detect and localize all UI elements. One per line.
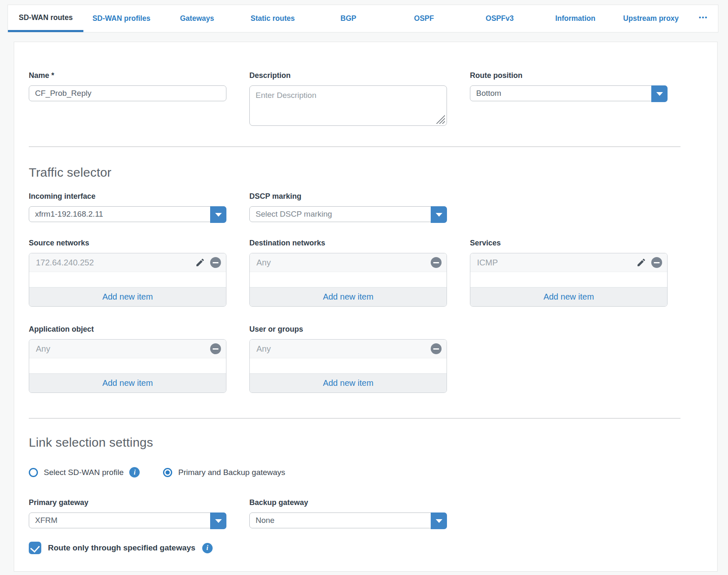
info-icon[interactable]: i xyxy=(129,467,140,478)
remove-icon[interactable] xyxy=(431,257,442,268)
backup-gateway-label: Backup gateway xyxy=(249,498,447,507)
incoming-interface-value: xfrm1-192.168.2.11 xyxy=(29,210,226,219)
info-icon[interactable]: i xyxy=(202,543,213,553)
gateways-row: Primary gateway XFRM Backup gateway None xyxy=(29,498,692,528)
list-item-label: Any xyxy=(256,258,431,268)
routing-tab-bar: SD-WAN routes SD-WAN profiles Gateways S… xyxy=(8,5,718,32)
radio-label[interactable]: Primary and Backup gateways xyxy=(178,468,285,477)
destination-networks-label: Destination networks xyxy=(249,239,447,248)
application-object-add-button[interactable]: Add new item xyxy=(29,373,226,392)
tab-information[interactable]: Information xyxy=(537,5,613,32)
route-position-value: Bottom xyxy=(470,89,667,98)
list-item-label: Any xyxy=(256,344,431,354)
tab-static-routes[interactable]: Static routes xyxy=(235,5,310,32)
list-spacer xyxy=(29,358,226,373)
list-item: ICMP xyxy=(470,253,667,272)
add-new-item-label: Add new item xyxy=(323,292,373,302)
networks-services-row: Source networks 172.64.240.252 Add new i… xyxy=(29,239,692,307)
route-only-checkbox-row: Route only through specified gateways i xyxy=(29,542,692,554)
incoming-interface-select[interactable]: xfrm1-192.168.2.11 xyxy=(29,206,226,222)
primary-gateway-select[interactable]: XFRM xyxy=(29,512,226,528)
user-or-groups-add-button[interactable]: Add new item xyxy=(250,373,447,392)
general-fields-row: Name * Description Route position Bottom xyxy=(29,71,692,128)
application-object-listbox: Any Add new item xyxy=(29,339,226,393)
chevron-down-icon[interactable] xyxy=(210,206,226,223)
description-textarea[interactable] xyxy=(249,85,447,126)
remove-icon[interactable] xyxy=(431,343,442,354)
backup-gateway-value: None xyxy=(250,516,447,525)
radio-label[interactable]: Select SD-WAN profile xyxy=(44,468,123,477)
sdwan-route-form-card: Name * Description Route position Bottom… xyxy=(14,42,718,572)
list-item: 172.64.240.252 xyxy=(29,253,226,272)
dscp-marking-value: Select DSCP marking xyxy=(250,210,447,219)
user-or-groups-listbox: Any Add new item xyxy=(249,339,447,393)
route-only-checkbox-label[interactable]: Route only through specified gateways xyxy=(48,543,196,552)
list-spacer xyxy=(250,272,447,287)
list-spacer xyxy=(250,358,447,373)
tab-bgp[interactable]: BGP xyxy=(311,5,386,32)
section-divider xyxy=(29,146,680,147)
edit-pencil-icon[interactable] xyxy=(635,257,647,268)
list-spacer xyxy=(29,272,226,287)
chevron-down-icon[interactable] xyxy=(651,85,668,102)
source-networks-listbox: 172.64.240.252 Add new item xyxy=(29,253,226,307)
dscp-marking-label: DSCP marking xyxy=(249,192,447,201)
name-label: Name * xyxy=(29,71,226,80)
chevron-down-icon[interactable] xyxy=(210,512,226,529)
tab-gateways[interactable]: Gateways xyxy=(159,5,235,32)
add-new-item-label: Add new item xyxy=(323,378,373,388)
remove-icon[interactable] xyxy=(210,343,221,354)
list-item: Any xyxy=(250,253,447,272)
tab-upstream-proxy[interactable]: Upstream proxy xyxy=(613,5,689,32)
primary-gateway-value: XFRM xyxy=(29,516,226,525)
name-input[interactable] xyxy=(29,85,226,101)
edit-pencil-icon[interactable] xyxy=(194,257,206,268)
application-users-row: Application object Any Add new item User… xyxy=(29,325,692,393)
remove-icon[interactable] xyxy=(210,257,221,268)
add-new-item-label: Add new item xyxy=(102,378,153,388)
list-item: Any xyxy=(250,340,447,358)
radio-select-sdwan-profile[interactable] xyxy=(29,468,38,477)
list-item: Any xyxy=(29,340,226,358)
services-listbox: ICMP Add new item xyxy=(470,253,668,307)
link-selection-heading: Link selection settings xyxy=(29,435,692,450)
route-only-checkbox[interactable] xyxy=(29,542,41,554)
route-position-select[interactable]: Bottom xyxy=(470,85,668,101)
dscp-marking-select[interactable]: Select DSCP marking xyxy=(249,206,447,222)
add-new-item-label: Add new item xyxy=(543,292,594,302)
route-position-label: Route position xyxy=(470,71,668,80)
services-add-button[interactable]: Add new item xyxy=(470,287,667,306)
source-networks-add-button[interactable]: Add new item xyxy=(29,287,226,306)
interface-dscp-row: Incoming interface xfrm1-192.168.2.11 DS… xyxy=(29,192,692,222)
list-item-label: Any xyxy=(36,344,210,354)
radio-primary-backup-gateways[interactable] xyxy=(163,468,172,477)
primary-gateway-label: Primary gateway xyxy=(29,498,226,507)
chevron-down-icon[interactable] xyxy=(431,512,447,529)
link-selection-radio-group: Select SD-WAN profile i Primary and Back… xyxy=(29,467,692,478)
tab-sdwan-routes[interactable]: SD-WAN routes xyxy=(8,5,83,32)
source-networks-label: Source networks xyxy=(29,239,226,248)
tabs-overflow-ellipsis-icon[interactable]: ••• xyxy=(689,5,718,32)
destination-networks-add-button[interactable]: Add new item xyxy=(250,287,447,306)
list-item-label: 172.64.240.252 xyxy=(36,258,194,268)
section-divider xyxy=(29,418,680,419)
chevron-down-icon[interactable] xyxy=(431,206,447,223)
remove-icon[interactable] xyxy=(651,257,662,268)
traffic-selector-heading: Traffic selector xyxy=(29,165,692,180)
list-item-label: ICMP xyxy=(477,258,635,268)
list-spacer xyxy=(470,272,667,287)
tab-ospfv3[interactable]: OSPFv3 xyxy=(462,5,537,32)
destination-networks-listbox: Any Add new item xyxy=(249,253,447,307)
tab-ospf[interactable]: OSPF xyxy=(386,5,462,32)
backup-gateway-select[interactable]: None xyxy=(249,512,447,528)
description-label: Description xyxy=(249,71,447,80)
tab-sdwan-profiles[interactable]: SD-WAN profiles xyxy=(83,5,159,32)
application-object-label: Application object xyxy=(29,325,226,334)
user-or-groups-label: User or groups xyxy=(249,325,447,334)
services-label: Services xyxy=(470,239,668,248)
incoming-interface-label: Incoming interface xyxy=(29,192,226,201)
add-new-item-label: Add new item xyxy=(102,292,153,302)
